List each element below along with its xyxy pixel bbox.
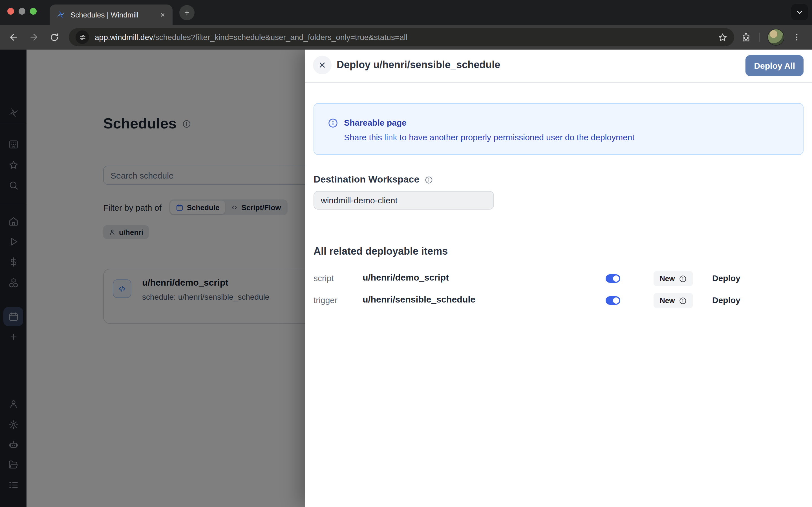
deploy-drawer: Deploy u/henri/sensible_schedule Deploy … bbox=[305, 50, 812, 507]
banner-text: Share this bbox=[344, 132, 384, 142]
item-path: u/henri/demo_script bbox=[363, 273, 449, 283]
deploy-item-button[interactable]: Deploy bbox=[712, 295, 741, 305]
browser-toolbar: app.windmill.dev/schedules?filter_kind=s… bbox=[0, 25, 812, 50]
tab-close-icon[interactable] bbox=[160, 11, 166, 18]
deploy-item-button[interactable]: Deploy bbox=[712, 273, 741, 283]
tab-search-chevron-button[interactable] bbox=[791, 4, 808, 20]
item-toggle[interactable] bbox=[606, 274, 620, 283]
url-host: app.windmill.dev bbox=[95, 33, 153, 42]
toggle-knob bbox=[613, 276, 619, 282]
new-badge-label: New bbox=[660, 274, 675, 283]
app-page: Schedules Filter by path of Schedule bbox=[0, 50, 812, 507]
traffic-light-close[interactable] bbox=[7, 8, 14, 15]
toolbar-right bbox=[741, 29, 801, 46]
banner-body: Share this link to have another properly… bbox=[344, 132, 635, 142]
new-badge-label: New bbox=[660, 296, 675, 305]
forward-icon[interactable] bbox=[24, 32, 44, 42]
toolbar-divider bbox=[759, 33, 760, 42]
deployable-items-heading: All related deployable items bbox=[313, 245, 448, 258]
browser-menu-kebab-icon[interactable] bbox=[792, 33, 801, 42]
new-tab-button[interactable] bbox=[179, 5, 195, 20]
url-path: /schedules?filter_kind=schedule&user_and… bbox=[153, 33, 407, 42]
tab-title: Schedules | Windmill bbox=[70, 10, 160, 19]
banner-text: to have another properly permissioned us… bbox=[397, 132, 635, 142]
new-badge: New bbox=[654, 293, 693, 308]
destination-workspace-input[interactable] bbox=[313, 191, 494, 210]
tab-strip: Schedules | Windmill bbox=[0, 0, 812, 25]
shareable-banner: Shareable page Share this link to have a… bbox=[313, 103, 804, 155]
share-link[interactable]: link bbox=[384, 132, 397, 142]
toggle-knob bbox=[613, 297, 619, 304]
drawer-header: Deploy u/henri/sensible_schedule Deploy … bbox=[305, 50, 812, 83]
reload-icon[interactable] bbox=[44, 33, 64, 42]
browser-tab[interactable]: Schedules | Windmill bbox=[50, 4, 172, 25]
info-icon bbox=[327, 118, 338, 128]
item-path: u/henri/sensible_schedule bbox=[363, 295, 475, 305]
back-icon[interactable] bbox=[3, 32, 24, 42]
item-kind: trigger bbox=[313, 295, 338, 305]
info-icon[interactable] bbox=[679, 297, 687, 304]
destination-heading-row: Destination Workspace bbox=[313, 174, 433, 185]
item-toggle[interactable] bbox=[606, 296, 620, 305]
url-text: app.windmill.dev/schedules?filter_kind=s… bbox=[95, 33, 718, 42]
site-settings-icon[interactable] bbox=[75, 31, 89, 44]
drawer-title: Deploy u/henri/sensible_schedule bbox=[337, 59, 500, 71]
drawer-close-button[interactable] bbox=[313, 56, 332, 74]
item-kind: script bbox=[313, 273, 334, 283]
deployable-row-trigger: trigger u/henri/sensible_schedule New De… bbox=[313, 291, 804, 311]
traffic-light-minimize[interactable] bbox=[18, 8, 26, 15]
info-icon[interactable] bbox=[424, 175, 433, 184]
profile-avatar[interactable] bbox=[767, 29, 784, 46]
new-badge: New bbox=[654, 271, 693, 286]
url-bar[interactable]: app.windmill.dev/schedules?filter_kind=s… bbox=[69, 28, 734, 46]
bookmark-star-icon[interactable] bbox=[718, 33, 727, 42]
screen: Schedules | Windmill bbox=[0, 0, 812, 507]
browser-chrome: Schedules | Windmill bbox=[0, 0, 812, 50]
deployable-row-script: script u/henri/demo_script New Deploy bbox=[313, 269, 804, 289]
destination-heading: Destination Workspace bbox=[313, 174, 419, 185]
info-icon[interactable] bbox=[679, 275, 687, 283]
extensions-puzzle-icon[interactable] bbox=[741, 32, 751, 42]
windmill-favicon bbox=[56, 10, 65, 19]
banner-title: Shareable page bbox=[344, 118, 407, 127]
deploy-all-button[interactable]: Deploy All bbox=[746, 55, 804, 76]
traffic-light-zoom[interactable] bbox=[30, 8, 37, 15]
